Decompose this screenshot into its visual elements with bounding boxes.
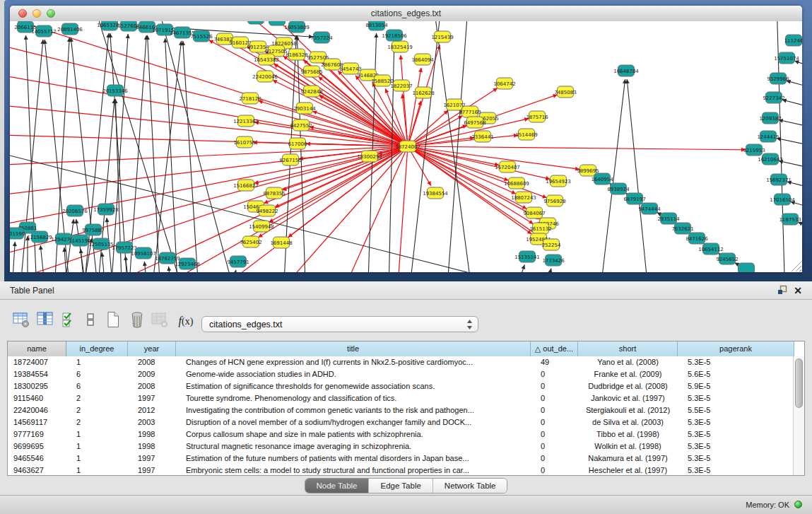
graph-node-label: 17359928 [93, 207, 119, 213]
graph-edge[interactable] [505, 264, 524, 272]
edge-arrowhead [418, 68, 423, 72]
graph-edge[interactable] [95, 21, 194, 272]
graph-node-label: 7632621 [671, 226, 693, 232]
table-panel-title: Table Panel [10, 286, 54, 296]
table-tabs: Node TableEdge TableNetwork Table [305, 478, 508, 493]
network-window-titlebar[interactable]: citations_edges.txt [10, 6, 802, 22]
table-row[interactable]: 1872400712008Changes of HCN gene express… [8, 356, 804, 368]
graph-edge[interactable] [10, 242, 15, 272]
graph-edge[interactable] [148, 35, 162, 272]
edge-arrowhead [71, 219, 76, 223]
table-row[interactable]: 911546021997Tourette syndrome. Phenomeno… [8, 392, 804, 404]
tab-network-table[interactable]: Network Table [433, 479, 507, 493]
graph-node[interactable] [269, 21, 286, 25]
table-row[interactable]: 969969511998Structural magnetic resonanc… [8, 440, 804, 452]
tab-node-table[interactable]: Node Table [305, 479, 370, 493]
graph-node-label: 19654923 [546, 179, 571, 185]
column-header-in_degree[interactable]: in_degree [66, 341, 128, 356]
graph-node-label: 12156829 [27, 235, 52, 240]
graph-node-label: 1640954 [591, 177, 613, 182]
table-row[interactable]: 1456911722003Disruption of a novel membe… [8, 416, 804, 428]
table-cell: Embryonic stem cells: a model to study s… [176, 465, 531, 476]
graph-node-label: 15409948 [249, 224, 274, 230]
graph-node-label: 2718120 [239, 96, 261, 102]
float-panel-button[interactable] [777, 285, 788, 296]
row-options-button[interactable] [81, 310, 100, 329]
edge-arrowhead [318, 76, 323, 81]
graph-edge[interactable] [408, 146, 746, 150]
table-cell: Structural magnetic resonance image aver… [176, 440, 531, 452]
column-header-pagerank[interactable]: pagerank [678, 341, 794, 356]
table-cell: Disruption of a novel member of a sodium… [176, 416, 531, 428]
graph-node-label: 19384554 [423, 191, 448, 197]
graph-node-label: 2903144 [293, 106, 316, 112]
create-table-button[interactable] [103, 310, 123, 329]
table-row[interactable]: 946362711997Embryonic stem cells: a mode… [8, 465, 804, 476]
table-row[interactable]: 2242004622012Investigating the contribut… [8, 404, 804, 416]
graph-node-label: 9127505 [265, 49, 287, 54]
graph-edge[interactable] [126, 35, 146, 272]
table-cell: 5.5E-5 [678, 404, 794, 416]
graph-node[interactable] [739, 263, 755, 272]
table-source-select[interactable]: citations_edges.txt [201, 316, 478, 332]
network-canvas[interactable]: 1872400774638229160123891235418226058912… [10, 21, 802, 272]
graph-node-label: 22420046 [252, 74, 278, 80]
table-cell: Jankovic et al. (1997) [578, 392, 678, 404]
graph-edge[interactable] [10, 146, 408, 230]
table-cell: 49 [531, 356, 578, 368]
table-row[interactable]: 1938455462009Genome-wide association stu… [8, 368, 804, 380]
column-header-out_de[interactable]: △ out_de... [531, 341, 578, 356]
graph-node-label: 617006 [288, 141, 307, 147]
graph-node-label: 18300295 [357, 154, 382, 160]
graph-node-label: 1691448 [270, 240, 292, 246]
graph-node[interactable] [248, 21, 264, 24]
scrollbar-thumb[interactable] [795, 358, 803, 408]
graph-edge[interactable] [158, 21, 243, 272]
function-builder-button[interactable]: f(x) [174, 311, 198, 331]
graph-edge[interactable] [395, 146, 408, 272]
table-row[interactable]: 1830029562008Estimation of significance … [8, 380, 804, 392]
table-cell: 0 [531, 416, 578, 428]
table-cell: 22420046 [8, 404, 66, 416]
table-cell: 9463627 [8, 465, 66, 476]
graph-edge[interactable] [10, 146, 408, 198]
column-header-year[interactable]: year [128, 341, 176, 356]
graph-node-label: 9975887 [82, 228, 104, 233]
table-header-row: namein_degreeyeartitle△ out_de...shortpa… [8, 341, 804, 356]
tab-edge-table[interactable]: Edge Table [369, 479, 433, 493]
graph-edge[interactable] [408, 146, 509, 180]
close-panel-button[interactable]: ✕ [792, 285, 804, 296]
table-scrollbar[interactable] [793, 356, 804, 475]
graph-edge[interactable] [254, 146, 408, 183]
graph-node-label: 16543382 [254, 57, 279, 63]
graph-node-label: 9227342 [763, 95, 784, 101]
table-row[interactable]: 946554611997Estimation of the future num… [8, 452, 804, 465]
edge-arrowhead [124, 256, 128, 260]
graph-node-label: 14055712 [31, 29, 57, 35]
table-cell: Wolkin et al. (1998) [578, 440, 678, 452]
network-window: citations_edges.txt 18724007746382291601… [10, 6, 802, 272]
edge-arrowhead [548, 269, 553, 272]
show-hide-columns-button[interactable] [59, 310, 79, 329]
table-cell: 0 [531, 440, 578, 452]
graph-node-label: 1215439 [431, 35, 453, 40]
select-column-button[interactable] [35, 310, 55, 329]
column-header-name[interactable]: name [8, 341, 66, 356]
graph-node-label: 8813054 [365, 23, 388, 28]
graph-edge[interactable] [627, 79, 652, 272]
table-cell: Tibbo et al. (1998) [578, 428, 678, 440]
table-cell: 2012 [128, 404, 176, 416]
graph-node-label: 9329966 [767, 76, 789, 82]
delete-table-button[interactable] [150, 310, 170, 329]
table-cell: Dudbridge et al. (2008) [578, 380, 678, 392]
graph-edge[interactable] [10, 39, 408, 146]
graph-node-label: 15692371 [766, 177, 792, 183]
graph-edge[interactable] [10, 146, 408, 166]
table-settings-button[interactable] [11, 310, 31, 329]
delete-columns-button[interactable] [127, 310, 147, 329]
table-cell: 2008 [128, 380, 176, 392]
table-row[interactable]: 977716911998Corpus callosum shape and si… [8, 428, 804, 440]
column-header-short[interactable]: short [578, 341, 678, 356]
column-header-title[interactable]: title [176, 341, 531, 356]
graph-node-label: 331590 [10, 231, 25, 237]
